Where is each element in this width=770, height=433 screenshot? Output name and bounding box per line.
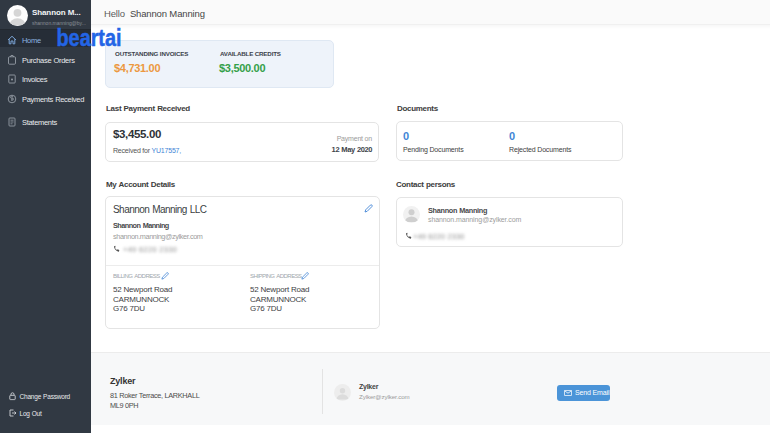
svg-text:beartai: beartai [57, 24, 122, 50]
